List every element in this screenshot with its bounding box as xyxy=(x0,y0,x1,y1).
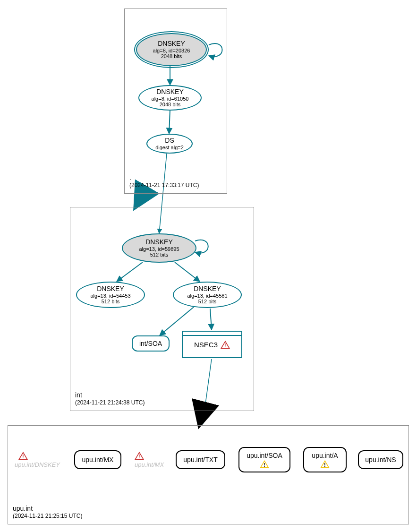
node-upu-dnskey-ghost: upu.int/DNSKEY xyxy=(11,461,63,468)
warning-icon: ! xyxy=(17,450,29,460)
warning-icon: ! xyxy=(221,341,230,349)
node-root-ds-l1: digest alg=2 xyxy=(155,145,184,150)
node-root-ksk-l2: 2048 bits xyxy=(161,53,182,59)
warning-icon: ! xyxy=(134,450,145,460)
node-int-ksk-l1: alg=13, id=59895 xyxy=(139,246,179,252)
node-root-zsk[interactable]: DNSKEY alg=8, id=61050 2048 bits xyxy=(138,85,202,111)
node-int-zsk-b[interactable]: DNSKEY alg=13, id=45581 512 bits xyxy=(173,282,242,308)
node-int-ksk-title: DNSKEY xyxy=(145,239,173,246)
node-upu-mx-label: upu.int/MX xyxy=(82,456,114,463)
node-int-ksk-l2: 512 bits xyxy=(150,252,169,257)
node-root-zsk-l2: 2048 bits xyxy=(160,102,181,107)
node-upu-a[interactable]: upu.int/A ! xyxy=(303,447,347,472)
zone-upu-label: upu.int (2024-11-21 21:25:15 UTC) xyxy=(13,504,82,520)
warning-icon: ! xyxy=(260,460,269,468)
node-upu-txt-label: upu.int/TXT xyxy=(183,456,217,463)
zone-root-time: (2024-11-21 17:33:17 UTC) xyxy=(129,182,199,189)
node-upu-soa-label: upu.int/SOA xyxy=(247,452,282,459)
node-upu-txt[interactable]: upu.int/TXT xyxy=(176,450,225,469)
node-root-ksk-title: DNSKEY xyxy=(158,40,185,47)
node-int-zsk-b-title: DNSKEY xyxy=(194,285,221,292)
node-int-zsk-a-title: DNSKEY xyxy=(97,285,124,292)
zone-upu-time: (2024-11-21 21:25:15 UTC) xyxy=(13,513,82,520)
node-root-zsk-title: DNSKEY xyxy=(156,88,184,95)
warning-icon: ! xyxy=(320,460,330,468)
node-upu-soa[interactable]: upu.int/SOA ! xyxy=(238,447,290,472)
node-root-ksk[interactable]: DNSKEY alg=8, id=20326 2048 bits xyxy=(136,33,207,66)
node-upu-mx-ghost: upu.int/MX xyxy=(131,461,168,468)
zone-root-label: . (2024-11-21 17:33:17 UTC) xyxy=(129,173,199,189)
node-root-ds-title: DS xyxy=(165,137,174,144)
node-int-ksk[interactable]: DNSKEY alg=13, id=59895 512 bits xyxy=(122,233,196,263)
diagram-canvas: . (2024-11-21 17:33:17 UTC) DNSKEY alg=8… xyxy=(0,0,417,532)
node-int-zsk-a-l1: alg=13, id=54453 xyxy=(90,293,130,299)
node-int-soa-label: int/SOA xyxy=(139,340,162,347)
node-root-ksk-l1: alg=8, id=20326 xyxy=(153,48,190,53)
node-int-zsk-a[interactable]: DNSKEY alg=13, id=54453 512 bits xyxy=(76,282,145,308)
node-root-zsk-l1: alg=8, id=61050 xyxy=(152,96,189,102)
zone-int-label: int (2024-11-21 21:24:38 UTC) xyxy=(75,391,145,407)
zone-int-time: (2024-11-21 21:24:38 UTC) xyxy=(75,399,145,407)
zone-upu-name: upu.int xyxy=(13,504,82,513)
node-int-nsec3-label: NSEC3 xyxy=(194,341,218,349)
node-int-zsk-a-l2: 512 bits xyxy=(102,299,120,304)
node-upu-ns[interactable]: upu.int/NS xyxy=(358,450,403,469)
zone-upu: upu.int (2024-11-21 21:25:15 UTC) xyxy=(8,425,409,524)
node-upu-a-label: upu.int/A xyxy=(312,452,338,459)
node-int-zsk-b-l2: 512 bits xyxy=(198,299,217,304)
node-int-nsec3[interactable]: NSEC3 ! xyxy=(182,331,242,358)
node-upu-ns-label: upu.int/NS xyxy=(365,456,396,463)
node-int-zsk-b-l1: alg=13, id=45581 xyxy=(187,293,227,299)
zone-root-name: . xyxy=(129,173,199,182)
zone-int-name: int xyxy=(75,391,145,399)
node-upu-mx[interactable]: upu.int/MX xyxy=(74,450,121,469)
node-root-ds[interactable]: DS digest alg=2 xyxy=(146,134,193,154)
node-int-soa[interactable]: int/SOA xyxy=(132,335,170,352)
